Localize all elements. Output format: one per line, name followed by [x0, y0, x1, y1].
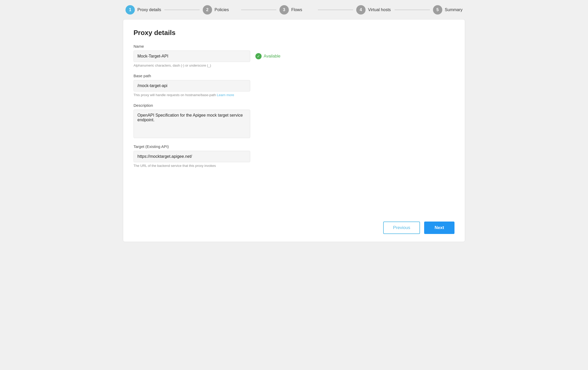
step-2[interactable]: 2 Policies	[203, 5, 238, 15]
base-path-field-group: Base path This proxy will handle request…	[134, 74, 454, 97]
step-5-circle: 5	[433, 5, 442, 15]
base-path-hint: This proxy will handle requests on hostn…	[134, 93, 454, 97]
available-badge: ✓ Available	[255, 53, 281, 59]
step-4-label: Virtual hosts	[368, 8, 391, 12]
step-2-circle: 2	[203, 5, 212, 15]
step-1-circle: 1	[125, 5, 135, 15]
name-input[interactable]	[134, 51, 250, 62]
step-line-3	[318, 10, 353, 10]
step-line-1	[164, 10, 200, 10]
stepper: 1 Proxy details 2 Policies 3 Flows 4 Vir…	[123, 5, 465, 15]
step-5[interactable]: 5 Summary	[433, 5, 463, 15]
card-footer: Previous Next	[383, 222, 454, 234]
available-label: Available	[264, 54, 281, 59]
step-line-4	[395, 10, 430, 10]
main-card: Proxy details Name ✓ Available Alphanume…	[123, 19, 465, 242]
description-input[interactable]	[134, 110, 250, 138]
step-4-circle: 4	[356, 5, 366, 15]
step-1-label: Proxy details	[137, 8, 161, 12]
learn-more-link[interactable]: Learn more	[217, 93, 234, 97]
step-3-circle: 3	[279, 5, 289, 15]
target-label: Target (Existing API)	[134, 144, 454, 149]
name-label: Name	[134, 44, 454, 48]
step-1[interactable]: 1 Proxy details	[125, 5, 161, 15]
name-hint: Alphanumeric characters, dash (-) or und…	[134, 63, 454, 67]
step-5-label: Summary	[445, 8, 463, 12]
name-row: ✓ Available	[134, 51, 454, 62]
target-hint: The URL of the backend service that this…	[134, 164, 454, 168]
page-title: Proxy details	[134, 29, 454, 37]
description-label: Description	[134, 103, 454, 108]
check-icon: ✓	[255, 53, 262, 59]
step-4[interactable]: 4 Virtual hosts	[356, 5, 391, 15]
step-3[interactable]: 3 Flows	[279, 5, 315, 15]
previous-button[interactable]: Previous	[383, 222, 420, 234]
step-line-2	[241, 10, 276, 10]
base-path-label: Base path	[134, 74, 454, 78]
target-field-group: Target (Existing API) The URL of the bac…	[134, 144, 454, 168]
next-button[interactable]: Next	[424, 222, 454, 234]
name-field-group: Name ✓ Available Alphanumeric characters…	[134, 44, 454, 67]
target-input[interactable]	[134, 151, 250, 162]
step-2-label: Policies	[215, 8, 229, 12]
base-path-input[interactable]	[134, 80, 250, 91]
step-3-label: Flows	[291, 8, 302, 12]
description-field-group: Description	[134, 103, 454, 138]
